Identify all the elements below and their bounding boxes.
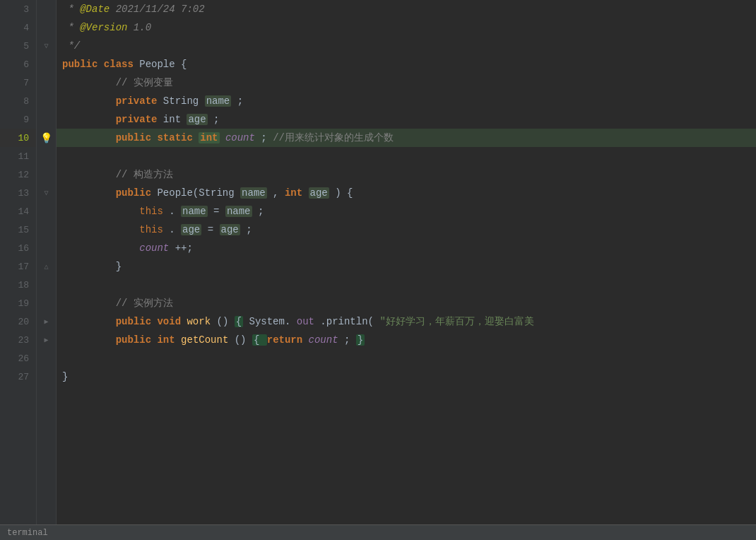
code-line-19: // 实例方法 [57, 294, 756, 312]
plain-9a: int [163, 114, 187, 125]
plain-15c: ; [246, 224, 252, 235]
indent-14 [62, 206, 134, 217]
plain-26 [62, 353, 68, 364]
terminal-bar[interactable]: terminal [0, 524, 756, 540]
kw-this-15: this [139, 224, 163, 235]
gutter-11 [37, 147, 56, 165]
line-num-14: 14 [0, 202, 36, 221]
line-num-6: 6 [0, 55, 36, 74]
highlight-close-23: } [356, 334, 365, 346]
gutter-3 [37, 0, 56, 18]
plain-13b: , [273, 187, 285, 199]
highlight-age-15: age [181, 224, 201, 235]
code-line-7: // 实例变量 [57, 74, 756, 92]
comment-4: * @Version 1.0 [62, 22, 151, 33]
highlight-age-15b: age [220, 224, 240, 235]
highlight-name-14b: name [225, 206, 252, 217]
kw-int-10: int [199, 132, 219, 143]
code-line-26 [57, 349, 756, 368]
fold-close-icon-17[interactable]: △ [44, 262, 48, 271]
highlight-age-13: age [309, 187, 329, 199]
plain-27a: } [62, 371, 68, 382]
code-line-11 [57, 147, 756, 165]
gutter-18 [37, 276, 56, 294]
indent-10 [62, 132, 110, 143]
comment-7: // 实例变量 [116, 77, 173, 88]
str-20: "好好学习，年薪百万，迎娶白富美 [379, 316, 533, 327]
code-line-18 [57, 276, 756, 294]
plain-6b: People { [139, 59, 187, 70]
indent-19 [62, 298, 110, 309]
fold-close-icon[interactable]: ▽ [44, 42, 48, 50]
var-count-10: count [225, 132, 255, 143]
plain-14a: . [169, 206, 175, 217]
code-line-10: public static int count ; //用来统计对象的生成个数 [57, 129, 756, 147]
code-content[interactable]: * @Date 2021/11/24 7:02 * @Version 1.0 *… [57, 0, 756, 524]
bulb-icon[interactable]: 💡 [40, 132, 52, 144]
plain-17a: } [116, 261, 122, 272]
gutter-16 [37, 239, 56, 257]
fold-open-icon-13[interactable]: ▽ [44, 189, 48, 197]
fold-collapsed-icon-23[interactable]: ▶ [44, 336, 48, 344]
indent-7 [62, 77, 110, 88]
line-num-19: 19 [0, 294, 36, 312]
plain-20e: .println( [320, 316, 374, 327]
kw-return-23: return [267, 334, 302, 346]
fold-collapsed-icon-20[interactable]: ▶ [44, 317, 48, 326]
plain-8a: String [163, 95, 205, 107]
line-num-8: 8 [0, 92, 36, 110]
line-num-18: 18 [0, 276, 36, 294]
terminal-label: terminal [7, 528, 48, 538]
var-count-23: count [309, 334, 338, 346]
gutter-23[interactable]: ▶ [37, 331, 56, 349]
gutter-12 [37, 165, 56, 184]
indent-13 [62, 187, 110, 199]
line-num-3: 3 [0, 0, 36, 18]
plain-8b: ; [237, 95, 243, 107]
line-num-5: 5 [0, 37, 36, 55]
kw-this-14: this [139, 206, 163, 217]
line-num-4: 4 [0, 18, 36, 37]
gutter-26 [37, 349, 56, 368]
code-line-14: this . name = name ; [57, 202, 756, 221]
indent-16 [62, 242, 134, 254]
plain-15a: . [169, 224, 175, 235]
indent-20 [62, 316, 110, 327]
gutter-13[interactable]: ▽ [37, 184, 56, 202]
highlight-name-13: name [240, 187, 267, 199]
method-getcount: getCount [181, 334, 228, 346]
line-num-15: 15 [0, 221, 36, 239]
indent-17 [62, 261, 110, 272]
var-count-16: count [139, 242, 169, 254]
gutter-14 [37, 202, 56, 221]
code-line-13: public People(String name , int age ) { [57, 184, 756, 202]
gutter-20[interactable]: ▶ [37, 312, 56, 331]
gutter-10[interactable]: 💡 [37, 129, 56, 147]
gutter-17[interactable]: △ [37, 257, 56, 276]
kw-private-9: private [116, 114, 158, 125]
gutter-5[interactable]: ▽ [37, 37, 56, 55]
indent-12 [62, 169, 110, 180]
kw-public-6: public [62, 59, 98, 70]
comment-19: // 实例方法 [116, 298, 173, 309]
plain-23e: ; [344, 334, 356, 346]
gutter-27 [37, 368, 56, 386]
line-num-10: 10 [0, 129, 36, 147]
code-line-6: public class People { [57, 55, 756, 74]
plain-10d: ; [261, 132, 266, 143]
gutter-7 [37, 74, 56, 92]
kw-class-6: class [104, 59, 134, 70]
code-line-16: count ++; [57, 239, 756, 257]
plain-23c: () [235, 334, 252, 346]
gutter-19 [37, 294, 56, 312]
code-line-3: * @Date 2021/11/24 7:02 [57, 0, 756, 18]
kw-void-20: void [157, 316, 181, 327]
plain-9b: ; [213, 114, 219, 125]
line-num-17: 17 [0, 257, 36, 276]
plain-11 [62, 151, 68, 162]
kw-public-10: public [116, 132, 151, 143]
highlight-name-14: name [181, 206, 208, 217]
highlight-brace-23: { [252, 334, 267, 346]
highlight-brace-20: { [235, 316, 243, 327]
line-num-11: 11 [0, 147, 36, 165]
